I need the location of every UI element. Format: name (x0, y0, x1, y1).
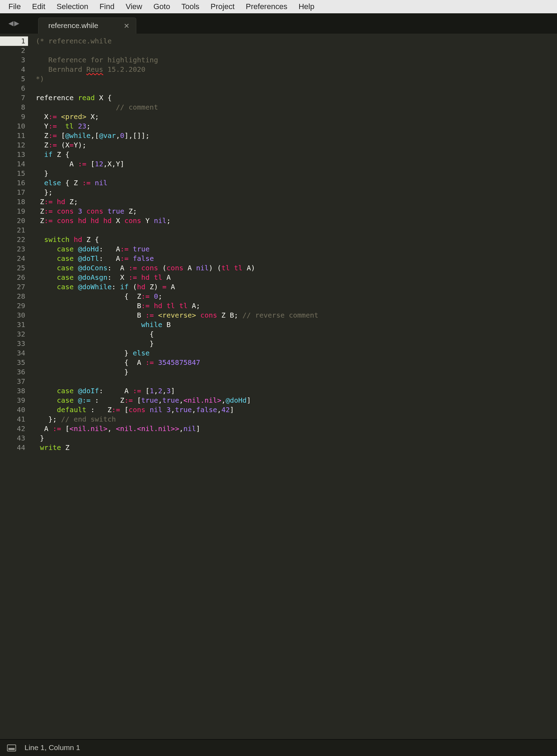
nav-forward-icon[interactable]: ▶ (14, 18, 19, 29)
menu-preferences[interactable]: Preferences (240, 0, 293, 13)
line-number[interactable]: 12 (0, 140, 28, 150)
line-number[interactable]: 13 (0, 150, 28, 159)
line-number[interactable]: 7 (0, 93, 28, 103)
line-number[interactable]: 19 (0, 207, 28, 216)
menu-find[interactable]: Find (94, 0, 120, 13)
line-number[interactable]: 11 (0, 131, 28, 140)
statusbar: Line 1, Column 1 (0, 739, 557, 756)
line-number[interactable]: 15 (0, 169, 28, 178)
tab-close-icon[interactable]: ✕ (124, 21, 130, 30)
status-cursor-position[interactable]: Line 1, Column 1 (25, 743, 80, 752)
menu-view[interactable]: View (120, 0, 148, 13)
menu-project[interactable]: Project (205, 0, 240, 13)
menu-goto[interactable]: Goto (148, 0, 176, 13)
line-number[interactable]: 32 (0, 330, 28, 339)
line-number[interactable]: 26 (0, 273, 28, 282)
menu-selection[interactable]: Selection (51, 0, 94, 13)
line-number[interactable]: 36 (0, 367, 28, 377)
line-number[interactable]: 33 (0, 339, 28, 348)
menu-help[interactable]: Help (293, 0, 320, 13)
tab-title: reference.while (48, 21, 98, 30)
menu-edit[interactable]: Edit (26, 0, 51, 13)
line-number[interactable]: 25 (0, 263, 28, 273)
line-number[interactable]: 37 (0, 377, 28, 386)
line-number-gutter[interactable]: 1234567891011121314151617181920212223242… (0, 34, 32, 739)
line-number[interactable]: 10 (0, 122, 28, 131)
line-number[interactable]: 31 (0, 320, 28, 330)
line-number[interactable]: 2 (0, 46, 28, 55)
line-number[interactable]: 39 (0, 396, 28, 405)
line-number[interactable]: 40 (0, 405, 28, 415)
line-number[interactable]: 29 (0, 301, 28, 311)
tab-active[interactable]: reference.while ✕ (38, 18, 136, 34)
line-number[interactable]: 1 (0, 36, 28, 46)
menu-file[interactable]: File (3, 0, 26, 13)
line-number[interactable]: 41 (0, 415, 28, 424)
menubar: File Edit Selection Find View Goto Tools… (0, 0, 557, 13)
panel-toggle-icon[interactable] (7, 744, 16, 751)
line-number[interactable]: 4 (0, 65, 28, 74)
line-number[interactable]: 17 (0, 188, 28, 197)
nav-back-icon[interactable]: ◀ (8, 18, 13, 29)
editor: 1234567891011121314151617181920212223242… (0, 34, 557, 739)
line-number[interactable]: 30 (0, 311, 28, 320)
line-number[interactable]: 23 (0, 244, 28, 254)
line-number[interactable]: 35 (0, 358, 28, 367)
line-number[interactable]: 24 (0, 254, 28, 263)
line-number[interactable]: 5 (0, 74, 28, 84)
code-text[interactable]: (* reference.while Reference for highlig… (36, 36, 557, 452)
line-number[interactable]: 18 (0, 197, 28, 207)
line-number[interactable]: 21 (0, 226, 28, 235)
history-nav: ◀ ▶ (1, 18, 24, 34)
line-number[interactable]: 43 (0, 434, 28, 443)
line-number[interactable]: 28 (0, 292, 28, 301)
line-number[interactable]: 3 (0, 55, 28, 65)
line-number[interactable]: 8 (0, 103, 28, 112)
line-number[interactable]: 22 (0, 235, 28, 244)
line-number[interactable]: 9 (0, 112, 28, 122)
line-number[interactable]: 44 (0, 443, 28, 452)
line-number[interactable]: 27 (0, 282, 28, 292)
line-number[interactable]: 16 (0, 178, 28, 188)
code-area[interactable]: (* reference.while Reference for highlig… (32, 34, 557, 739)
line-number[interactable]: 20 (0, 216, 28, 226)
line-number[interactable]: 14 (0, 159, 28, 169)
line-number[interactable]: 42 (0, 424, 28, 434)
tab-strip: ◀ ▶ reference.while ✕ (0, 13, 557, 34)
line-number[interactable]: 38 (0, 386, 28, 396)
line-number[interactable]: 6 (0, 84, 28, 93)
menu-tools[interactable]: Tools (176, 0, 205, 13)
line-number[interactable]: 34 (0, 348, 28, 358)
